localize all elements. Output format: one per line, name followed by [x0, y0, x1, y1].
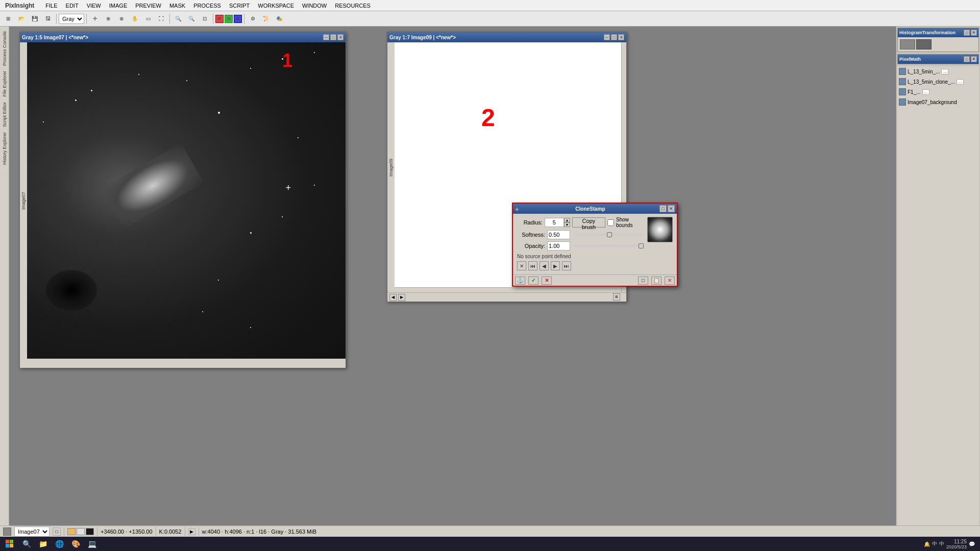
img09-scrollbar-h[interactable]: [395, 287, 621, 292]
tb-save[interactable]: 💾: [29, 13, 41, 25]
img09-maximize-btn[interactable]: □: [611, 34, 617, 40]
sidebar-tab-process-console[interactable]: Process Console: [1, 29, 9, 68]
dark-galaxy-companion: [46, 270, 97, 311]
cs-softness-input[interactable]: 0.50: [547, 230, 570, 239]
pm-close-btn[interactable]: ✕: [971, 56, 977, 62]
menu-preview[interactable]: PREVIEW: [131, 2, 165, 10]
tb-rect[interactable]: ▭: [142, 13, 154, 25]
sidebar-tab-file-explorer[interactable]: File Explorer: [1, 68, 9, 99]
cs-footer-close2[interactable]: ✕: [665, 277, 675, 285]
img09-minimize-btn[interactable]: ─: [604, 34, 610, 40]
tb-channel-r[interactable]: R: [215, 15, 224, 23]
cs-skip-fwd-btn[interactable]: ⏭: [562, 261, 571, 270]
cs-opacity-label: Opacity:: [517, 243, 545, 249]
tb-fullscreen[interactable]: ⛶: [155, 13, 167, 25]
menu-view[interactable]: VIEW: [83, 2, 105, 10]
galaxy-background: 1 +: [27, 42, 346, 359]
cs-softness-slider[interactable]: [574, 234, 642, 236]
ht-titlebar[interactable]: HistogramTransformation □ ✕: [898, 28, 978, 37]
cs-anchor-btn[interactable]: ⚓: [515, 277, 525, 285]
statusbar-play-btn[interactable]: ▶: [188, 528, 195, 535]
cs-radius-input[interactable]: 5: [545, 218, 564, 227]
sidebar-tab-script-editor[interactable]: Script Editor: [1, 99, 9, 130]
tb-process[interactable]: ⚙: [247, 13, 259, 25]
ht-close-btn[interactable]: ✕: [971, 30, 977, 36]
cs-opacity-thumb[interactable]: [639, 243, 644, 248]
menu-process[interactable]: PROCESS: [189, 2, 225, 10]
cs-opacity-input[interactable]: 1.00: [547, 241, 570, 251]
tb-pan[interactable]: ✋: [129, 13, 141, 25]
tb-save-as[interactable]: 🖫: [42, 13, 54, 25]
tb-open[interactable]: 📂: [15, 13, 28, 25]
cs-skip-back-btn[interactable]: ⏮: [528, 261, 537, 270]
cs-pin-btn[interactable]: □: [659, 205, 667, 212]
cs-apply-btn[interactable]: ✓: [528, 277, 538, 285]
menu-image[interactable]: IMAGE: [105, 2, 131, 10]
img09-corner-btn[interactable]: ⊞: [613, 293, 620, 300]
cs-radius-down[interactable]: ▼: [564, 222, 570, 227]
taskbar-other-btn[interactable]: 💻: [85, 538, 99, 550]
pm-pin-btn[interactable]: □: [964, 56, 970, 62]
pm-titlebar[interactable]: PixelMath □ ✕: [898, 55, 978, 64]
cs-footer-icon1[interactable]: □: [638, 277, 648, 285]
ht-pin-btn[interactable]: □: [964, 30, 970, 36]
menu-script[interactable]: SCRIPT: [225, 2, 254, 10]
tb-zoom-in[interactable]: 🔍: [172, 13, 184, 25]
cs-clear-btn[interactable]: ✕: [517, 261, 526, 270]
tb-zoom-out[interactable]: 🔍: [185, 13, 198, 25]
menu-edit[interactable]: EDIT: [62, 2, 83, 10]
tb-script[interactable]: 📜: [260, 13, 272, 25]
img09-close-btn[interactable]: ✕: [618, 34, 624, 40]
color-profile-select[interactable]: Gray RGB: [59, 14, 84, 24]
tb-select[interactable]: ⊕: [102, 13, 114, 25]
ht-body: [898, 37, 978, 52]
main-area: Process Console File Explorer Script Edi…: [0, 27, 980, 537]
taskbar-search-btn[interactable]: 🔍: [19, 538, 34, 550]
tb-new[interactable]: ⊞: [2, 13, 14, 25]
img07-close-btn[interactable]: ✕: [337, 34, 344, 40]
taskbar-chrome-btn[interactable]: 🌐: [52, 538, 66, 550]
tb-move[interactable]: ✛: [89, 13, 101, 25]
cs-opacity-slider[interactable]: [574, 245, 642, 247]
menu-resources[interactable]: RESOURCES: [331, 2, 375, 10]
img07-minimize-btn[interactable]: ─: [323, 34, 329, 40]
cs-footer-icon2[interactable]: 📋: [651, 277, 662, 285]
cs-softness-thumb[interactable]: [607, 232, 612, 237]
show-bounds-checkbox[interactable]: [607, 219, 614, 226]
taskbar-explorer-btn[interactable]: 📁: [36, 538, 50, 550]
sidebar-tab-history-explorer[interactable]: History Explorer: [1, 130, 9, 167]
cs-radius-up[interactable]: ▲: [564, 218, 570, 222]
img09-scroll-right[interactable]: ▶: [398, 294, 405, 301]
layer-item-0[interactable]: L_13_5min_... …: [897, 66, 979, 77]
taskbar-app-btn[interactable]: 🎨: [68, 538, 83, 550]
tb-mask[interactable]: 🎭: [273, 13, 285, 25]
copy-brush-button[interactable]: Copy brush: [572, 217, 605, 228]
cs-next-btn[interactable]: ▶: [551, 261, 560, 270]
img09-scroll-left[interactable]: ◀: [389, 294, 397, 301]
tb-channel-g[interactable]: G: [225, 15, 233, 23]
statusbar-image-select[interactable]: Image07: [14, 527, 50, 537]
cs-discard-btn[interactable]: ✕: [542, 277, 552, 285]
tb-channel-b[interactable]: B: [234, 15, 242, 23]
img07-maximize-btn[interactable]: □: [330, 34, 336, 40]
img09-titlebar[interactable]: Gray 1:7 Image09 | <*new*> ─ □ ✕: [387, 32, 626, 42]
menu-file[interactable]: FILE: [41, 2, 61, 10]
start-btn[interactable]: [2, 538, 17, 550]
cs-radius-spinner[interactable]: 5 ▲ ▼: [545, 218, 570, 227]
statusbar-view-btn[interactable]: □: [53, 528, 61, 536]
img07-titlebar[interactable]: Gray 1:5 Image07 | <*new*> ─ □ ✕: [20, 32, 346, 42]
menu-window[interactable]: WINDOW: [298, 2, 331, 10]
layer-item-3[interactable]: Image07_background: [897, 97, 979, 107]
statusbar-icon[interactable]: [3, 528, 11, 536]
tb-zoom[interactable]: ⊗: [115, 13, 128, 25]
img07-canvas[interactable]: 1 +: [27, 42, 346, 359]
menu-workspace[interactable]: WORKSPACE: [254, 2, 298, 10]
tb-zoom-fit[interactable]: ⊡: [199, 13, 211, 25]
layer-item-1[interactable]: L_13_5min_clone_... …: [897, 77, 979, 87]
clone-stamp-titlebar[interactable]: ◈ CloneStamp □ ✕: [513, 204, 677, 214]
layer-item-2[interactable]: F1_... …: [897, 87, 979, 97]
cs-prev-btn[interactable]: ◀: [540, 261, 549, 270]
cs-close-btn[interactable]: ✕: [668, 205, 675, 212]
menu-mask[interactable]: MASK: [165, 2, 189, 10]
tray-notification-btn[interactable]: 💬: [969, 541, 975, 547]
